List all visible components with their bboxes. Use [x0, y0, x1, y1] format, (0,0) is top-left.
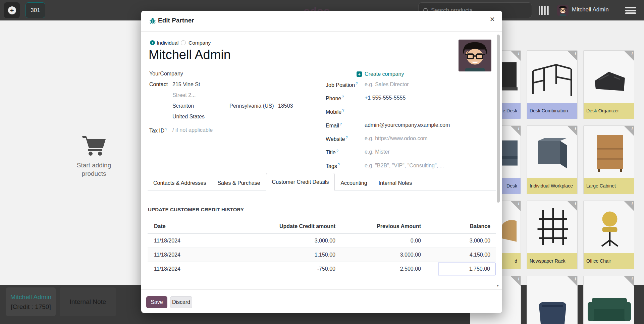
street2-field[interactable]: Street 2... — [172, 92, 196, 98]
email-field[interactable]: admin@yourcompany.example.com — [365, 122, 450, 128]
new-order-button[interactable]: + — [4, 2, 20, 18]
mobile-label: Mobile? — [326, 108, 344, 115]
info-icon: i — [575, 126, 576, 131]
credit-table-row[interactable]: 11/18/2024 1,150.00 3,000.00 4,150.00 — [148, 248, 496, 262]
hamburger-menu-icon[interactable] — [625, 7, 636, 14]
info-icon: i — [518, 202, 519, 207]
zip-field[interactable]: 18503 — [278, 103, 293, 109]
tags-field[interactable]: e.g. "B2B", "VIP", "Consulting", ... — [365, 163, 444, 169]
title-field[interactable]: e.g. Mister — [365, 149, 390, 155]
partner-name-field[interactable]: Mitchell Admin — [149, 48, 231, 62]
cell-balance-highlighted[interactable]: 1,750.00 — [421, 263, 496, 275]
user-name[interactable]: Mitchell Admin — [572, 6, 609, 13]
country-field[interactable]: United States — [172, 114, 205, 120]
plus-icon: + — [357, 71, 362, 77]
product-info-ribbon[interactable]: i — [511, 51, 521, 61]
customer-button-credit: [Credit : 1750] — [11, 303, 51, 311]
credit-table-row[interactable]: 11/18/2024 3,000.00 0.00 3,000.00 — [148, 234, 496, 248]
user-avatar[interactable] — [557, 5, 569, 16]
col-date: Date — [148, 223, 248, 229]
internal-note-label: Internal Note — [70, 298, 106, 306]
company-name-field[interactable]: YourCompany — [149, 71, 183, 77]
help-icon: ? — [336, 149, 338, 153]
credit-history-section-title: UPDATE CUSTOMER CREDIT HISTORY — [148, 207, 244, 212]
product-info-ribbon[interactable]: i — [511, 276, 521, 286]
create-company-link[interactable]: + Create company — [357, 71, 404, 77]
product-info-ribbon[interactable]: i — [624, 276, 634, 286]
tags-label: Tags? — [326, 163, 340, 169]
save-button[interactable]: Save — [146, 296, 167, 308]
product-info-ribbon[interactable]: i — [624, 126, 634, 136]
cell-previous: 2,500.00 — [335, 266, 421, 272]
city-field[interactable]: Scranton — [172, 103, 194, 109]
radio-company[interactable] — [181, 40, 186, 45]
cell-date: 11/18/2024 — [148, 238, 248, 244]
product-card[interactable]: i Desk Combination — [527, 50, 578, 119]
state-field[interactable]: Pennsylvania (US) — [229, 103, 274, 109]
product-label: Individual Workplace — [527, 178, 577, 194]
tab-contacts-addresses[interactable]: Contacts & Addresses — [148, 176, 212, 190]
tab-sales-purchase[interactable]: Sales & Purchase — [212, 176, 266, 190]
modal-scrollbar[interactable]: ▾ — [497, 32, 500, 289]
product-card[interactable]: i Office Chair — [583, 201, 634, 269]
barcode-icon[interactable] — [539, 6, 549, 15]
website-label: Website? — [326, 136, 348, 142]
product-label: Large Cabinet — [584, 178, 634, 194]
info-icon: i — [518, 126, 519, 131]
cell-balance: 3,000.00 — [421, 238, 496, 244]
website-field[interactable]: e.g. https://www.odoo.com — [365, 136, 428, 142]
product-label: Office Chair — [584, 253, 634, 269]
product-card[interactable]: i — [527, 276, 578, 324]
scroll-down-icon[interactable]: ▾ — [497, 283, 499, 288]
tax-id-field[interactable]: / if not applicable — [172, 127, 213, 133]
job-position-field[interactable]: e.g. Sales Director — [365, 82, 409, 88]
scrollbar-thumb[interactable] — [497, 35, 500, 203]
modal-titlebar: Edit Partner × — [141, 11, 502, 32]
info-icon: i — [632, 202, 633, 207]
internal-note-button[interactable]: Internal Note — [60, 287, 116, 316]
credit-table-row[interactable]: 11/18/2024 -750.00 2,500.00 1,750.00 — [148, 262, 496, 276]
product-info-ribbon[interactable]: i — [511, 126, 521, 136]
cell-previous: 3,000.00 — [335, 252, 421, 258]
product-card[interactable]: i Large Cabinet — [583, 125, 634, 194]
product-card[interactable]: i — [583, 276, 634, 324]
order-tab-301[interactable]: 301 — [25, 2, 45, 18]
radio-individual[interactable] — [150, 40, 155, 45]
help-icon: ? — [165, 127, 167, 131]
phone-field[interactable]: +1 555-555-5555 — [365, 95, 406, 101]
product-card[interactable]: i Individual Workplace — [527, 125, 578, 194]
empty-cart-placeholder: Start adding products — [64, 136, 124, 178]
credit-history-table: Date Update Credit amount Previous Amoun… — [148, 219, 496, 276]
product-card[interactable]: i Newspaper Rack — [527, 201, 578, 269]
info-icon: i — [575, 51, 576, 56]
street-field[interactable]: 215 Vine St — [172, 82, 200, 88]
product-info-ribbon[interactable]: i — [567, 126, 577, 136]
close-icon[interactable]: × — [490, 15, 495, 23]
tab-internal-notes[interactable]: Internal Notes — [373, 176, 418, 190]
customer-button[interactable]: Mitchell Admin [Credit : 1750] — [6, 287, 56, 316]
tab-customer-credit-details[interactable]: Customer Credit Details — [266, 173, 335, 191]
help-icon: ? — [340, 122, 342, 126]
tax-id-label: Tax ID? — [149, 127, 167, 134]
product-info-ribbon[interactable]: i — [624, 201, 634, 211]
product-info-ribbon[interactable]: i — [567, 51, 577, 61]
help-icon: ? — [356, 82, 358, 86]
product-info-ribbon[interactable]: i — [624, 51, 634, 61]
product-card[interactable]: i Desk Organizer — [583, 50, 634, 119]
pos-app: Start adding products Mitchell Admin [Cr… — [0, 0, 644, 324]
product-info-ribbon[interactable]: i — [567, 276, 577, 286]
plus-icon: + — [8, 6, 16, 14]
partner-avatar[interactable] — [459, 40, 491, 71]
product-info-ribbon[interactable]: i — [567, 201, 577, 211]
col-previous-amount: Previous Amount — [335, 223, 421, 229]
radio-company-label[interactable]: Company — [189, 40, 211, 46]
discard-button[interactable]: Discard — [170, 296, 192, 308]
bug-icon — [149, 17, 156, 24]
cart-icon — [82, 136, 106, 156]
credit-table-header: Date Update Credit amount Previous Amoun… — [148, 219, 496, 234]
product-info-ribbon[interactable]: i — [511, 201, 521, 211]
cell-update: 1,150.00 — [248, 252, 335, 258]
tab-accounting[interactable]: Accounting — [335, 176, 373, 190]
title-label: Title? — [326, 149, 338, 156]
radio-individual-label[interactable]: Individual — [157, 40, 179, 46]
